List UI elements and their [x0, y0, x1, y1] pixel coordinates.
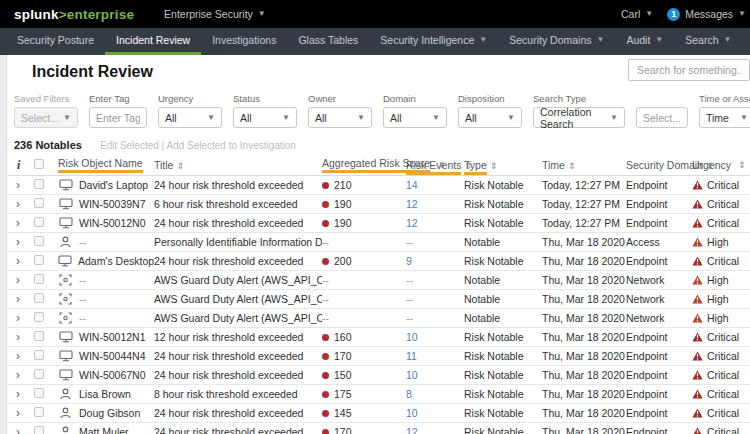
urgency-triangle-icon: [692, 408, 703, 418]
risk-events-link[interactable]: 11: [406, 350, 417, 362]
filter-label: Search Type: [533, 93, 625, 104]
messages-menu[interactable]: 1 Messages ▼: [667, 8, 746, 21]
filter-input-enter-tag[interactable]: [89, 107, 147, 128]
risk-events-link[interactable]: 10: [406, 369, 418, 381]
expand-chevron-icon[interactable]: ›: [14, 426, 34, 434]
urgency-triangle-icon: [692, 237, 703, 247]
filter-dropdown-time-or-association[interactable]: Time▼: [699, 107, 750, 128]
tab-configure[interactable]: Configure▼: [742, 28, 750, 55]
sort-icon[interactable]: ⇕: [176, 161, 184, 171]
filter-dropdown-urgency[interactable]: All▼: [158, 107, 222, 128]
row-checkbox[interactable]: [34, 407, 44, 417]
tab-incident-review[interactable]: Incident Review: [105, 28, 201, 55]
chevron-down-icon: ▼: [432, 114, 440, 122]
search-input[interactable]: [628, 59, 750, 81]
risk-events-link[interactable]: 12: [406, 217, 418, 229]
row-checkbox[interactable]: [34, 388, 44, 398]
risk-score-value: 190: [334, 198, 352, 210]
row-checkbox[interactable]: [34, 312, 44, 322]
urgency-triangle-icon: [692, 199, 703, 209]
row-checkbox[interactable]: [34, 350, 44, 360]
notables-count: 236 Notables: [14, 139, 82, 151]
tab-security-posture[interactable]: Security Posture: [6, 28, 105, 55]
expand-chevron-icon[interactable]: ›: [14, 350, 34, 362]
chevron-down-icon: ▼: [738, 10, 746, 18]
filter-dropdown-disposition[interactable]: All▼: [458, 107, 522, 128]
sort-icon[interactable]: ⇕: [490, 161, 498, 171]
tab-security-intelligence[interactable]: Security Intelligence▼: [369, 28, 498, 55]
column-header-urgency[interactable]: Urgency⇕: [692, 159, 750, 171]
row-checkbox[interactable]: [34, 217, 44, 227]
expand-chevron-icon[interactable]: ›: [14, 255, 34, 267]
column-header-security-domain[interactable]: Security Domain⇕: [626, 159, 692, 171]
column-header-title[interactable]: Title⇕: [154, 159, 322, 171]
risk-events-link[interactable]: 9: [406, 255, 412, 267]
row-checkbox[interactable]: [34, 369, 44, 379]
filter-value: All: [240, 112, 252, 124]
filter-dropdown-status[interactable]: All▼: [233, 107, 297, 128]
row-checkbox[interactable]: [34, 236, 44, 246]
expand-chevron-icon[interactable]: ›: [14, 274, 34, 286]
expand-chevron-icon[interactable]: ›: [14, 388, 34, 400]
row-checkbox[interactable]: [34, 293, 44, 303]
risk-events-link[interactable]: 12: [406, 198, 418, 210]
filter-dropdown-owner[interactable]: All▼: [308, 107, 372, 128]
tab-audit[interactable]: Audit▼: [615, 28, 674, 55]
risk-object-name: Matt Muler: [79, 426, 129, 434]
sort-icon[interactable]: ⇕: [568, 161, 576, 171]
security-domain-cell: Endpoint: [626, 407, 692, 419]
column-header-risk-object-name[interactable]: Risk Object Name⇕: [58, 157, 154, 173]
column-header-aggregated-risk-score[interactable]: Aggregated Risk Score⇕: [322, 157, 406, 173]
column-header-time[interactable]: Time⇕: [542, 159, 626, 171]
filter-input-select[interactable]: [636, 107, 688, 128]
tab-glass-tables[interactable]: Glass Tables: [287, 28, 369, 55]
select-all-checkbox[interactable]: [34, 159, 44, 169]
row-checkbox[interactable]: [34, 426, 44, 434]
row-checkbox[interactable]: [34, 179, 44, 189]
expand-chevron-icon[interactable]: ›: [14, 293, 34, 305]
column-header-type[interactable]: Type⇕: [464, 159, 542, 171]
urgency-label: Critical: [707, 198, 739, 210]
row-checkbox[interactable]: [34, 198, 44, 208]
user-menu[interactable]: Carl ▼: [621, 8, 653, 20]
risk-score-value: 170: [334, 350, 352, 362]
urgency-triangle-icon: [692, 218, 703, 228]
risk-events-link[interactable]: 14: [406, 179, 418, 191]
urgency-label: Critical: [707, 331, 739, 343]
sort-icon[interactable]: ⇕: [738, 160, 746, 170]
expand-chevron-icon[interactable]: ›: [14, 331, 34, 343]
time-cell: Thu, Mar 18 2020: [542, 426, 626, 434]
app-menu-enterprise-security[interactable]: Enterprise Security ▼: [164, 8, 266, 20]
risk-events-link[interactable]: 10: [406, 331, 418, 343]
logo-gt-icon: >: [59, 7, 67, 22]
time-cell: Today, 12:27 PM: [542, 198, 626, 210]
expand-chevron-icon[interactable]: ›: [14, 407, 34, 419]
notable-row: ›WIN-50039N76 hour risk threshold exceed…: [8, 195, 750, 214]
type-cell: Risk Notable: [464, 426, 542, 434]
filter-dropdown-search-type[interactable]: Correlation Search▼: [533, 107, 625, 128]
expand-chevron-icon[interactable]: ›: [14, 369, 34, 381]
tab-investigations[interactable]: Investigations: [201, 28, 287, 55]
row-checkbox[interactable]: [34, 331, 44, 341]
filter-label: Owner: [308, 93, 372, 104]
notables-actions[interactable]: Edit Selected | Add Selected to Investig…: [100, 140, 296, 151]
chevron-down-icon: ▼: [724, 36, 732, 44]
row-checkbox[interactable]: [34, 274, 44, 284]
tab-search[interactable]: Search▼: [674, 28, 742, 55]
expand-chevron-icon[interactable]: ›: [14, 236, 34, 248]
filter-dropdown-domain[interactable]: All▼: [383, 107, 447, 128]
row-checkbox[interactable]: [34, 255, 44, 265]
column-header-risk-events[interactable]: Risk Events⇕: [406, 159, 464, 171]
risk-events-link[interactable]: 12: [406, 426, 418, 434]
tab-security-domains[interactable]: Security Domains▼: [498, 28, 615, 55]
expand-chevron-icon[interactable]: ›: [14, 198, 34, 210]
app-menu-label: Enterprise Security: [164, 8, 253, 20]
filter-dropdown-saved-filters[interactable]: Select...▼: [14, 107, 78, 128]
urgency-triangle-icon: [692, 427, 703, 434]
risk-events-link[interactable]: 8: [406, 388, 412, 400]
expand-chevron-icon[interactable]: ›: [14, 312, 34, 324]
expand-chevron-icon[interactable]: ›: [14, 179, 34, 191]
expand-chevron-icon[interactable]: ›: [14, 217, 34, 229]
filter-search-select: [636, 93, 688, 128]
risk-events-link[interactable]: 10: [406, 407, 418, 419]
